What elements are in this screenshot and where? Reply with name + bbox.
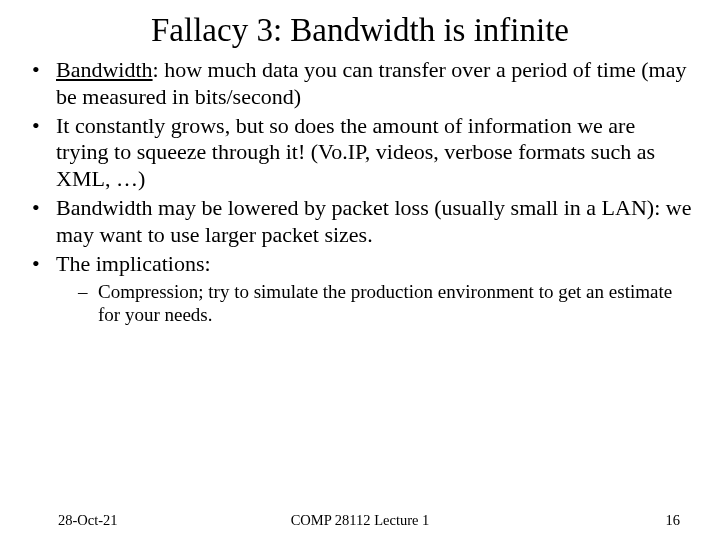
sub-bullet-list: Compression; try to simulate the product… bbox=[56, 280, 692, 326]
bullet-item: Bandwidth: how much data you can transfe… bbox=[28, 57, 692, 111]
sub-bullet-item: Compression; try to simulate the product… bbox=[76, 280, 692, 326]
bullet-item: The implications: Compression; try to si… bbox=[28, 251, 692, 326]
footer-course: COMP 28112 Lecture 1 bbox=[0, 512, 720, 529]
bullet-text: Bandwidth may be lowered by packet loss … bbox=[56, 195, 691, 247]
slide: Fallacy 3: Bandwidth is infinite Bandwid… bbox=[0, 0, 720, 540]
bullet-item: Bandwidth may be lowered by packet loss … bbox=[28, 195, 692, 249]
slide-body: Bandwidth: how much data you can transfe… bbox=[0, 57, 720, 326]
bullet-text: It constantly grows, but so does the amo… bbox=[56, 113, 655, 192]
bullet-list: Bandwidth: how much data you can transfe… bbox=[28, 57, 692, 326]
bullet-item: It constantly grows, but so does the amo… bbox=[28, 113, 692, 193]
sub-bullet-text: Compression; try to simulate the product… bbox=[98, 281, 672, 325]
term-bandwidth: Bandwidth bbox=[56, 57, 153, 82]
bullet-text: The implications: bbox=[56, 251, 211, 276]
slide-title: Fallacy 3: Bandwidth is infinite bbox=[0, 0, 720, 57]
footer-page-number: 16 bbox=[666, 512, 681, 529]
